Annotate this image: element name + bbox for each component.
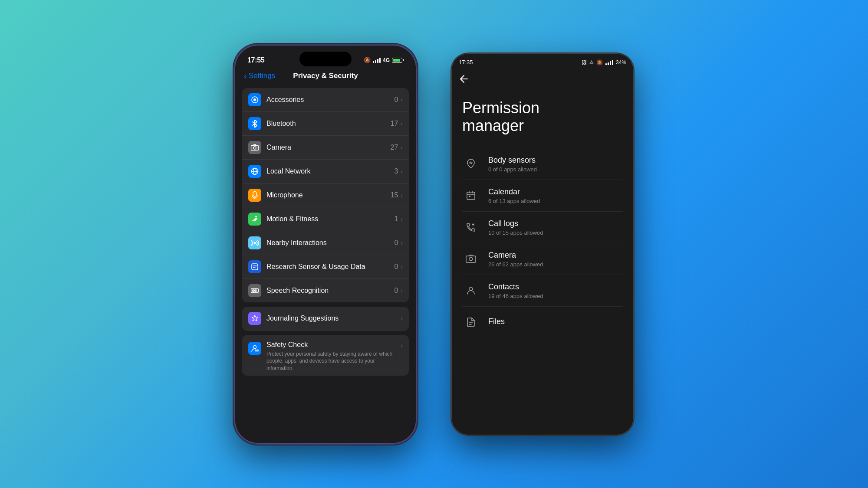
ios-row-speech[interactable]: Speech Recognition 0 ›: [242, 279, 409, 302]
svg-point-10: [255, 216, 257, 217]
motion-fitness-chevron-icon: ›: [401, 216, 403, 223]
android-content: Permissionmanager Body sensors 0 of 0 ap…: [452, 90, 633, 435]
journaling-chevron-icon: ›: [401, 315, 403, 322]
svg-rect-23: [467, 192, 475, 200]
calendar-name: Calendar: [488, 187, 623, 197]
camera-icon: [248, 141, 261, 154]
call-logs-text: Call logs 10 of 15 apps allowed: [488, 219, 623, 236]
android-perm-calendar[interactable]: Calendar 6 of 13 apps allowed: [462, 180, 623, 212]
nearby-chevron-icon: ›: [401, 239, 403, 246]
android-camera-name: Camera: [488, 251, 623, 260]
signal-bars-icon: [373, 58, 381, 63]
svg-point-11: [254, 242, 256, 244]
safety-check-content: Safety Check Protect your personal safet…: [266, 341, 401, 372]
android-camera-count: 26 of 62 apps allowed: [488, 261, 623, 268]
body-sensors-text: Body sensors 0 of 0 apps allowed: [488, 156, 623, 173]
files-text: Files: [488, 317, 623, 328]
dynamic-island: [299, 52, 352, 66]
ios-back-button[interactable]: ‹ Settings: [244, 72, 275, 80]
contacts-icon: [462, 282, 480, 299]
ios-status-icons: 🔕 4G: [364, 57, 404, 63]
research-label: Research Sensor & Usage Data: [266, 263, 394, 271]
local-network-chevron-icon: ›: [401, 168, 403, 175]
body-sensors-icon: [462, 155, 480, 173]
research-icon: [248, 260, 261, 273]
bluetooth-label: Bluetooth: [266, 120, 391, 128]
android-nav-bar: [452, 69, 633, 90]
calendar-text: Calendar 6 of 13 apps allowed: [488, 187, 623, 204]
android-perm-call-logs[interactable]: Call logs 10 of 15 apps allowed: [462, 212, 623, 243]
android-photo-icon: 🖼: [582, 60, 587, 65]
ios-row-research[interactable]: Research Sensor & Usage Data 0 ›: [242, 255, 409, 279]
android-back-button[interactable]: [459, 71, 474, 87]
ios-content: Accessories 0 › Bluetooth 17 ›: [235, 85, 416, 434]
android-status-bar: 17:35 🖼 ⚠ 🔕 34%: [452, 54, 633, 69]
contacts-count: 19 of 46 apps allowed: [488, 293, 623, 299]
ios-row-nearby[interactable]: Nearby Interactions 0 ›: [242, 231, 409, 255]
ios-row-microphone[interactable]: Microphone 15 ›: [242, 183, 409, 207]
ios-row-accessories[interactable]: Accessories 0 ›: [242, 88, 409, 112]
call-logs-count: 10 of 15 apps allowed: [488, 229, 623, 236]
files-name: Files: [488, 317, 623, 326]
motion-fitness-label: Motion & Fitness: [266, 215, 394, 223]
android-perm-camera[interactable]: Camera 26 of 62 apps allowed: [462, 243, 623, 275]
ios-row-motion-fitness[interactable]: Motion & Fitness 1 ›: [242, 207, 409, 231]
battery-icon: [392, 58, 404, 63]
android-battery-label: 34%: [616, 59, 626, 66]
android-page-title: Permissionmanager: [462, 99, 623, 135]
research-chevron-icon: ›: [401, 263, 403, 270]
ios-screen: 17:55 🔕 4G ‹ Settings Privacy & Securit: [235, 46, 416, 443]
svg-rect-2: [251, 146, 259, 151]
ios-phone: 17:55 🔕 4G ‹ Settings Privacy & Securit: [234, 45, 417, 444]
files-icon: [462, 314, 480, 331]
android-alert-icon: ⚠: [589, 59, 594, 65]
local-network-value: 3: [394, 167, 398, 175]
speech-chevron-icon: ›: [401, 287, 403, 294]
android-screen: 17:35 🖼 ⚠ 🔕 34% Permiss: [452, 54, 633, 435]
ios-row-camera[interactable]: Camera 27 ›: [242, 136, 409, 160]
android-signal-icon: [605, 60, 613, 65]
safety-check-title: Safety Check: [266, 341, 401, 349]
body-sensors-name: Body sensors: [488, 156, 623, 165]
call-logs-icon: [462, 219, 480, 236]
back-chevron-icon: ‹: [244, 72, 247, 80]
svg-rect-27: [469, 196, 470, 197]
android-camera-text: Camera 26 of 62 apps allowed: [488, 251, 623, 268]
nearby-value: 0: [394, 239, 398, 247]
android-mute-icon: 🔕: [596, 59, 603, 66]
bluetooth-chevron-icon: ›: [401, 120, 403, 127]
safety-check-description: Protect your personal safety by staying …: [266, 350, 401, 372]
bluetooth-icon: [248, 117, 261, 130]
ios-row-journaling[interactable]: Journaling Suggestions ›: [242, 307, 409, 331]
android-phone: 17:35 🖼 ⚠ 🔕 34% Permiss: [451, 53, 634, 435]
ios-nav-bar: ‹ Settings Privacy & Security: [235, 69, 416, 85]
ios-row-safety-check[interactable]: Safety Check Protect your personal safet…: [242, 335, 409, 376]
android-status-icons: 🖼 ⚠ 🔕 34%: [582, 59, 626, 66]
android-perm-contacts[interactable]: Contacts 19 of 46 apps allowed: [462, 275, 623, 307]
android-perm-body-sensors[interactable]: Body sensors 0 of 0 apps allowed: [462, 148, 623, 180]
microphone-value: 15: [391, 191, 398, 199]
android-time: 17:35: [459, 59, 473, 66]
android-perm-files[interactable]: Files: [462, 307, 623, 338]
back-label: Settings: [249, 72, 275, 80]
contacts-text: Contacts 19 of 46 apps allowed: [488, 282, 623, 299]
ios-page-title: Privacy & Security: [293, 72, 358, 80]
accessories-chevron-icon: ›: [401, 96, 403, 103]
ios-permissions-section: Accessories 0 › Bluetooth 17 ›: [242, 88, 409, 302]
bluetooth-value: 17: [391, 120, 398, 128]
speech-icon: [248, 284, 261, 297]
svg-rect-12: [252, 264, 258, 270]
safety-check-icon: [248, 342, 261, 355]
network-type: 4G: [383, 57, 390, 63]
svg-point-3: [253, 147, 256, 149]
android-camera-icon: [462, 250, 480, 268]
camera-label: Camera: [266, 144, 391, 151]
local-network-icon: [248, 165, 261, 178]
local-network-label: Local Network: [266, 167, 394, 175]
camera-value: 27: [391, 144, 398, 151]
speech-value: 0: [394, 287, 398, 295]
ios-row-bluetooth[interactable]: Bluetooth 17 ›: [242, 112, 409, 136]
body-sensors-count: 0 of 0 apps allowed: [488, 166, 623, 173]
ios-row-local-network[interactable]: Local Network 3 ›: [242, 160, 409, 183]
microphone-chevron-icon: ›: [401, 192, 403, 199]
